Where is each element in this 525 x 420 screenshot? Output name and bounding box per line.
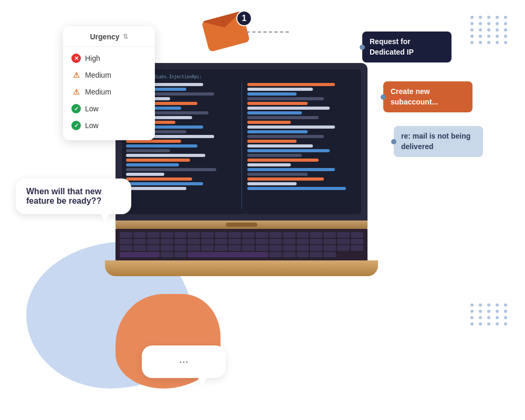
ticket-dot-2 [381,94,386,100]
dots-pattern-top-right [470,16,509,44]
medium-icon-1: ⚠ [71,70,81,80]
code-right [247,83,358,209]
notification-badge: 1 [236,10,252,26]
laptop-keyboard [116,229,368,260]
urgency-row-high: ✕ High [63,50,155,67]
urgency-title: Urgency [90,33,119,41]
high-icon: ✕ [71,54,81,63]
speech-bubble-question: When will that new feature be ready?? [16,178,131,214]
medium-label-2: Medium [85,88,111,96]
medium-icon-2: ⚠ [71,87,81,97]
ticket-subaccount: Create new subaccount... [383,81,472,112]
code-label: using SocketLabs.InjectionApi; [126,75,357,79]
low-icon-1: ✓ [71,104,81,113]
typing-dots: ··· [179,355,188,368]
code-area [126,83,357,209]
low-label-1: Low [85,104,99,113]
main-scene: Urgency ⇅ ✕ High ⚠ Medium ⚠ Medium ✓ Low… [0,0,525,420]
low-icon-2: ✓ [71,121,81,130]
high-label: High [85,54,100,62]
laptop-base [105,260,378,276]
ticket-dot-1 [360,45,365,50]
sort-icon: ⇅ [123,33,128,40]
ticket-dot-3 [391,139,396,144]
urgency-header: Urgency ⇅ [63,33,155,47]
urgency-row-low-2: ✓ Low [63,117,155,134]
speech-bubble-typing: ··· [142,345,226,378]
ticket-request-ip: Request for Dedicated IP [362,32,452,62]
envelope-wrapper: 1 [205,16,247,47]
dashed-connector [247,32,289,33]
urgency-card: Urgency ⇅ ✕ High ⚠ Medium ⚠ Medium ✓ Low… [63,26,155,140]
ticket-mail-delivery: re: mail is not being delivered [394,126,483,157]
urgency-row-medium-2: ⚠ Medium [63,83,155,100]
laptop: using SocketLabs.InjectionApi; [116,63,378,276]
laptop-keyboard-area [116,229,378,276]
urgency-row-low-1: ✓ Low [63,100,155,117]
laptop-hinge [116,220,368,229]
medium-label-1: Medium [85,71,111,79]
laptop-screen-inner: using SocketLabs.InjectionApi; [122,69,361,214]
code-divider [242,83,242,209]
dots-pattern-bottom-right [470,303,509,326]
urgency-row-medium-1: ⚠ Medium [63,67,155,83]
low-label-2: Low [85,121,99,130]
